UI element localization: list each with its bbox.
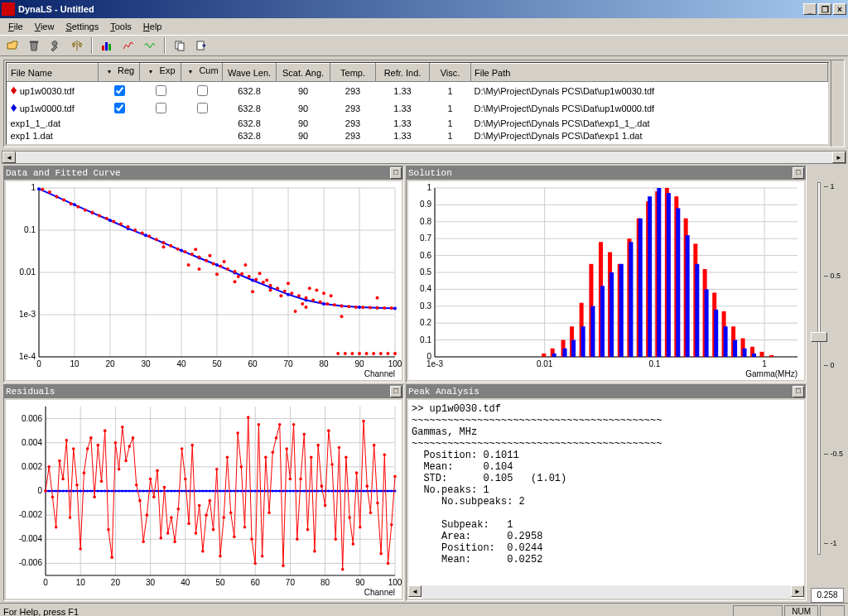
col-filepath[interactable]: File Path [471,64,828,82]
svg-point-326 [181,447,184,450]
svg-point-105 [347,305,350,308]
solution-plot[interactable]: 1e-30.010.1100.10.20.30.40.50.60.70.80.9… [408,181,804,380]
svg-rect-450 [590,306,595,357]
svg-point-143 [376,296,379,300]
open-icon[interactable] [3,36,22,55]
svg-point-131 [358,352,361,355]
svg-point-215 [146,490,148,493]
svg-text:70: 70 [286,578,296,587]
svg-point-190 [58,490,60,493]
svg-point-348 [258,423,261,426]
close-button[interactable]: × [833,3,846,15]
svg-point-301 [93,495,96,498]
svg-point-89 [234,270,237,273]
export-icon[interactable] [192,36,210,55]
svg-point-245 [250,490,253,493]
svg-point-282 [380,490,383,493]
svg-text:0.006: 0.006 [22,414,42,423]
svg-point-314 [138,499,142,503]
svg-point-88 [226,267,229,271]
col-exp[interactable]: ▾ Exp [140,64,181,82]
slider-scale[interactable]: – 1– 0.5– 0– -0.5– -1 [811,182,844,588]
svg-point-376 [355,471,359,474]
svg-text:0.004: 0.004 [22,438,42,447]
svg-text:30: 30 [141,359,151,368]
file-table[interactable]: File Name ▾ Reg ▾ Exp ▾ Cum Wave Len. Sc… [7,63,828,142]
chart-wave-icon[interactable] [141,36,159,55]
svg-rect-458 [667,193,671,357]
svg-point-78 [155,238,158,241]
col-wavelen[interactable]: Wave Len. [223,64,277,82]
col-temp[interactable]: Temp. [330,64,376,82]
col-filename[interactable]: File Name [7,64,99,82]
maximize-icon[interactable]: □ [390,167,402,179]
col-cum[interactable]: ▾ Cum [181,64,223,82]
file-table-hscroll[interactable]: ◄► [2,151,846,164]
svg-point-94 [269,284,272,287]
svg-point-252 [275,490,277,493]
svg-text:0.002: 0.002 [22,462,42,471]
svg-text:Channel: Channel [364,588,395,597]
menu-help[interactable]: Help [138,20,167,33]
chart-line-icon[interactable] [119,36,137,55]
svg-text:0.5: 0.5 [420,267,431,277]
minimize-button[interactable]: _ [803,3,817,15]
table-row[interactable]: exp1_1_.dat 632.890293 1.331D:\My\Projec… [7,117,828,129]
col-refr[interactable]: Refr. Ind. [376,64,430,82]
svg-point-330 [195,532,198,535]
maximize-icon[interactable]: □ [793,386,804,397]
maximize-icon[interactable]: □ [793,167,804,179]
svg-point-350 [264,455,267,459]
svg-point-346 [250,537,253,541]
chart-bars-icon[interactable] [98,36,116,55]
col-reg[interactable]: ▾ Reg [99,64,140,82]
svg-point-100 [311,299,315,302]
col-scatang[interactable]: Scat. Ang. [277,64,330,82]
svg-point-102 [325,302,329,306]
balance-icon[interactable] [68,36,86,55]
copy-icon[interactable] [171,36,189,55]
svg-point-120 [194,248,197,251]
slider-thumb[interactable] [811,332,827,342]
table-row[interactable]: ♦ up1w0030.tdf 632.890293 1.331D:\My\Pro… [7,82,828,100]
table-row[interactable]: ♦ up1w0000.tdf 632.890293 1.331D:\My\Pro… [7,99,828,117]
svg-point-302 [97,444,100,447]
svg-point-289 [51,495,55,498]
svg-point-208 [121,490,123,493]
app-icon [2,2,15,16]
svg-point-318 [152,495,156,498]
svg-point-55 [287,293,290,296]
peak-hscroll[interactable]: ◄► [408,585,804,599]
svg-point-375 [352,542,355,546]
svg-point-383 [379,552,383,556]
svg-point-264 [317,490,320,493]
table-row[interactable]: exp1 1.dat 632.890293 1.331D:\My\Project… [7,129,828,142]
menu-view[interactable]: View [30,20,60,33]
svg-point-129 [330,294,333,297]
maximize-icon[interactable]: □ [390,386,402,397]
fitted-plot[interactable]: 01020304050607080901001e-41e-30.010.11Ch… [6,181,402,380]
restore-button[interactable]: ❐ [818,3,831,15]
svg-rect-455 [638,219,643,357]
col-visc[interactable]: Visc. [430,64,471,82]
svg-point-309 [121,426,124,429]
svg-point-72 [112,220,115,224]
menu-file[interactable]: File [3,20,28,33]
svg-point-257 [292,490,295,493]
residuals-plot[interactable]: 0102030405060708090100-0.006-0.004-0.002… [6,400,402,599]
file-table-vscroll[interactable] [831,60,844,147]
menu-settings[interactable]: Settings [60,20,104,33]
svg-point-322 [166,532,170,535]
delete-icon[interactable] [25,36,43,55]
svg-point-92 [254,278,258,282]
svg-point-247 [258,490,260,493]
svg-rect-0 [102,46,104,51]
svg-point-293 [65,439,69,442]
svg-point-127 [301,302,304,306]
menu-tools[interactable]: Tools [105,20,137,33]
svg-rect-462 [705,289,709,357]
svg-point-219 [160,490,162,493]
svg-point-365 [316,444,320,447]
svg-point-240 [233,490,235,493]
tools-icon[interactable] [46,36,65,55]
